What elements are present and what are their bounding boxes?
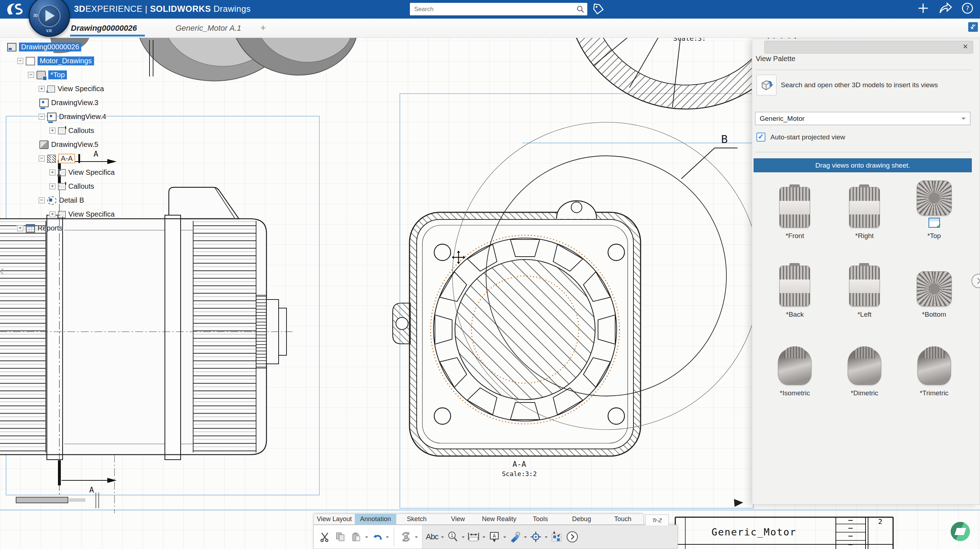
ribbon-tab[interactable]: Sketch	[396, 514, 438, 524]
tree-item[interactable]: View Specifica	[39, 82, 115, 96]
palette-view-item[interactable]: *Isometric	[760, 321, 830, 397]
expander-icon[interactable]	[39, 155, 45, 162]
spell-checker-button[interactable]: Abc	[425, 528, 439, 546]
add-icon[interactable]	[917, 2, 929, 14]
cut-button[interactable]	[318, 528, 332, 546]
autostart-row[interactable]: Auto-start projected view	[756, 133, 845, 141]
expander-icon[interactable]	[49, 170, 56, 176]
undo-button[interactable]	[370, 528, 384, 546]
palette-view-label: *Bottom	[922, 311, 947, 319]
collapse-left-handle[interactable]	[1, 266, 9, 277]
note-dropdown-caret[interactable]	[503, 536, 506, 539]
expander-icon[interactable]	[49, 211, 56, 217]
close-icon[interactable]: ×	[960, 42, 970, 52]
palette-view-item[interactable]: *Left	[830, 243, 899, 319]
copy-button[interactable]	[334, 528, 347, 546]
motor-thumbnail[interactable]	[849, 265, 880, 306]
search-icon[interactable]	[577, 5, 584, 13]
auto-arrange-button[interactable]	[550, 528, 563, 546]
tree-item[interactable]: DrawingView.5	[39, 138, 115, 152]
centermark-dropdown-caret[interactable]	[545, 536, 547, 539]
expander-icon[interactable]	[49, 183, 56, 189]
section-view-A-A[interactable]	[393, 201, 641, 456]
tree-item[interactable]: Motor_Drawings	[17, 54, 115, 68]
panel-drag-handle[interactable]	[764, 41, 973, 54]
share-icon[interactable]	[939, 2, 952, 14]
motor-thumbnail[interactable]	[780, 187, 810, 228]
autostart-checkbox[interactable]	[756, 133, 765, 141]
note-button[interactable]: A	[487, 528, 501, 546]
motor-thumbnail[interactable]	[917, 349, 951, 385]
expander-icon[interactable]	[39, 86, 45, 92]
tree-item[interactable]: DrawingView.3	[39, 96, 115, 110]
ribbon-tab[interactable]: View Layout	[314, 514, 355, 524]
palette-view-item[interactable]: *Right	[830, 164, 899, 240]
balloon-button[interactable]: 1	[446, 528, 460, 546]
search-input[interactable]	[410, 6, 577, 13]
motor-thumbnail[interactable]	[917, 181, 952, 216]
ribbon-tab[interactable]: Annotation	[355, 514, 396, 524]
smart-dimension-button[interactable]	[467, 528, 480, 546]
expander-icon[interactable]	[49, 128, 56, 134]
tree-item[interactable]: A-A	[39, 152, 115, 165]
palette-view-label: *Left	[858, 311, 871, 319]
update-views-button[interactable]	[399, 528, 413, 546]
expander-icon[interactable]	[39, 197, 45, 203]
motor-thumbnail[interactable]	[848, 349, 881, 385]
undo-dropdown-caret[interactable]	[386, 536, 389, 539]
paste-dropdown-caret[interactable]	[365, 536, 368, 539]
motor-thumbnail[interactable]	[778, 349, 811, 385]
palette-view-item[interactable]: *Dimetric	[830, 321, 899, 397]
ribbon-tab[interactable]: Tools	[520, 514, 561, 524]
palette-view-item[interactable]: *Back	[760, 243, 830, 319]
ribbon-tab[interactable]: Debug	[561, 514, 602, 524]
model-dropdown[interactable]: Generic_Motor	[755, 112, 970, 125]
motor-thumbnail[interactable]	[917, 271, 952, 306]
tree-item-label: DrawingView.5	[51, 140, 99, 149]
ribbon-tab[interactable]: New Reality	[479, 514, 520, 524]
tree-item[interactable]: Drawing00000026	[6, 40, 115, 54]
motor-thumbnail[interactable]	[849, 187, 880, 228]
balloon-dropdown-caret[interactable]	[462, 536, 465, 539]
motor-thumbnail[interactable]	[780, 265, 810, 306]
3ds-logo[interactable]	[4, 1, 30, 18]
update-dropdown-caret[interactable]	[415, 536, 418, 539]
palette-view-item[interactable]: *Trimetric	[899, 321, 969, 397]
dimension-dropdown-caret[interactable]	[482, 536, 485, 539]
tree-item[interactable]: Detail B	[39, 194, 115, 207]
green-circle-badge[interactable]	[951, 522, 970, 541]
ribbon-tab[interactable]: Touch	[602, 514, 643, 524]
tree-item[interactable]: *Top	[28, 68, 115, 82]
tree-item[interactable]: View Specifica	[49, 207, 115, 221]
ribbon-tab[interactable]: View	[438, 514, 479, 524]
expander-icon[interactable]	[39, 114, 45, 120]
palette-view-item[interactable]: *Top	[899, 164, 969, 240]
tree-item[interactable]: Callouts	[49, 179, 115, 194]
more-tools-button[interactable]	[565, 528, 579, 546]
tag-icon[interactable]	[592, 3, 605, 16]
tree-item[interactable]: Reports	[17, 221, 115, 235]
painter-dropdown-caret[interactable]	[524, 536, 527, 539]
compass-play-icon[interactable]	[45, 10, 55, 21]
help-icon[interactable]: ?	[961, 2, 974, 14]
paste-button[interactable]	[350, 528, 363, 546]
divider	[394, 527, 394, 546]
center-mark-button[interactable]	[529, 528, 542, 546]
collapse-window-button[interactable]	[968, 22, 978, 32]
document-tab[interactable]: Generic_Motor A.1	[175, 19, 251, 38]
expander-icon[interactable]	[17, 225, 23, 231]
tree-item[interactable]: Callouts	[49, 124, 115, 138]
search-models-button[interactable]	[756, 75, 776, 95]
new-tab-button[interactable]: +	[260, 22, 266, 33]
search-field[interactable]	[410, 3, 587, 15]
tree-item[interactable]: DrawingView.4	[39, 110, 115, 124]
palette-view-item[interactable]: *Bottom	[899, 243, 969, 319]
tree-item[interactable]: View Specifica	[49, 165, 115, 179]
format-painter-button[interactable]	[508, 528, 522, 546]
document-tab[interactable]: Drawing00000026	[70, 19, 147, 38]
spell-dropdown-caret[interactable]	[441, 536, 444, 539]
expander-icon[interactable]	[17, 58, 23, 64]
expander-icon[interactable]	[28, 72, 34, 78]
palette-view-item[interactable]: *Front	[760, 164, 830, 240]
ribbon-overflow-tab[interactable]: Tr-Z	[645, 514, 669, 525]
